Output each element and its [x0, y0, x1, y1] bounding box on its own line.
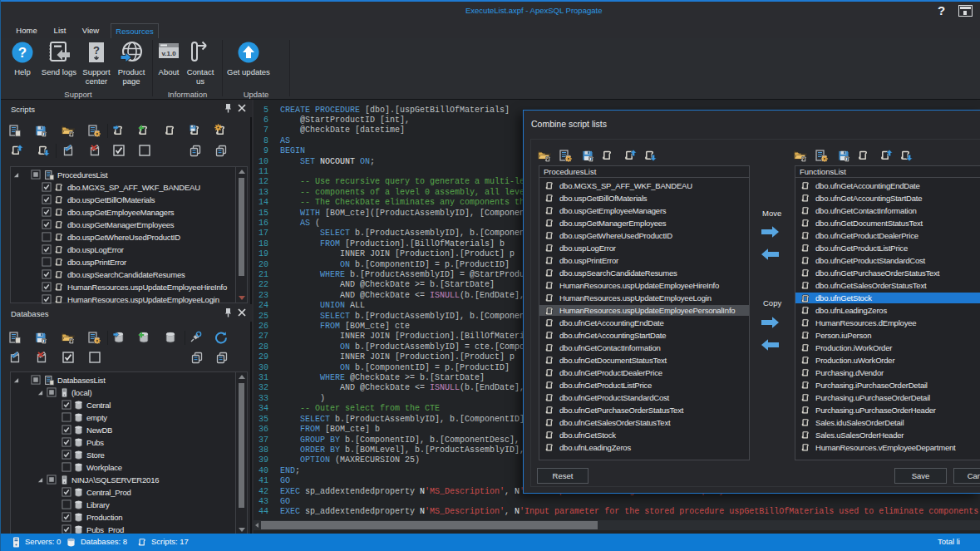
svg-text:?: ?	[18, 45, 27, 61]
svg-text:v.1.0: v.1.0	[161, 50, 176, 57]
svg-text:?: ?	[93, 44, 100, 57]
